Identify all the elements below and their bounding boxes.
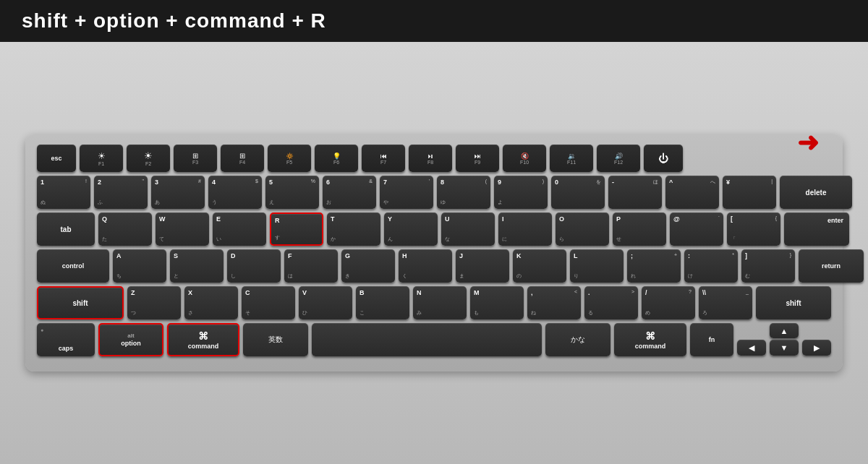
- key-backslash[interactable]: _ \\ ろ: [699, 286, 752, 319]
- key-return[interactable]: return: [799, 249, 864, 283]
- key-tab[interactable]: tab: [37, 212, 95, 246]
- bottom-row: ● caps alt option ⌘ command 英数 かな ⌘ comm…: [37, 323, 831, 356]
- key-j[interactable]: J ま: [456, 249, 509, 283]
- key-t[interactable]: T か: [327, 212, 380, 246]
- key-0[interactable]: を 0: [551, 176, 605, 209]
- key-control[interactable]: control: [37, 249, 109, 283]
- key-enter[interactable]: enter: [784, 212, 849, 246]
- key-arrow-down[interactable]: ▼: [770, 340, 799, 356]
- key-3[interactable]: # 3 あ: [151, 176, 205, 209]
- key-colon[interactable]: * : け: [684, 249, 738, 283]
- key-caps[interactable]: ● caps: [37, 323, 95, 356]
- key-5[interactable]: % 5 え: [265, 176, 319, 209]
- key-f10[interactable]: 🔇 F10: [503, 145, 546, 172]
- function-row: esc ☀ F1 ☀ F2 ⊞ F3 ⊞ F4 🔅: [37, 145, 831, 172]
- key-semicolon[interactable]: + ; れ: [627, 249, 681, 283]
- key-i[interactable]: I に: [498, 212, 552, 246]
- key-b[interactable]: B こ: [356, 286, 409, 319]
- key-esc[interactable]: esc: [37, 145, 76, 172]
- qwerty-row: tab Q た W て E い R す T: [37, 212, 831, 246]
- key-2[interactable]: " 2 ふ: [94, 176, 148, 209]
- key-m[interactable]: M も: [470, 286, 524, 319]
- key-7[interactable]: ' 7 や: [380, 176, 433, 209]
- key-shift-left[interactable]: shift: [37, 286, 124, 319]
- key-f7[interactable]: ⏮ F7: [362, 145, 405, 172]
- key-comma[interactable]: < , ね: [527, 286, 581, 319]
- key-arrow-up[interactable]: ▲: [770, 323, 799, 338]
- key-l[interactable]: L り: [570, 249, 624, 283]
- key-f11[interactable]: 🔉 F11: [550, 145, 593, 172]
- key-u[interactable]: U な: [441, 212, 495, 246]
- key-1[interactable]: ! 1 ぬ: [37, 176, 90, 209]
- key-x[interactable]: X さ: [184, 286, 238, 319]
- shift-row: shift Z つ X さ C そ V ひ B: [37, 286, 831, 319]
- key-caret[interactable]: へ ^: [665, 176, 719, 209]
- arrow-cluster: ▲ ◀ ▼ ▶: [737, 323, 831, 356]
- key-8[interactable]: ( 8 ゆ: [437, 176, 490, 209]
- key-f3[interactable]: ⊞ F3: [174, 145, 217, 172]
- key-arrow-left[interactable]: ◀: [737, 340, 766, 356]
- key-h[interactable]: H く: [399, 249, 452, 283]
- key-eisuu[interactable]: 英数: [243, 323, 308, 356]
- key-w[interactable]: W て: [156, 212, 209, 246]
- key-y[interactable]: Y ん: [384, 212, 438, 246]
- key-e[interactable]: E い: [213, 212, 266, 246]
- red-arrow-indicator: ➜: [797, 129, 819, 159]
- key-f1[interactable]: ☀ F1: [80, 145, 123, 172]
- number-row: ! 1 ぬ " 2 ふ # 3 あ $ 4 う: [37, 176, 831, 209]
- keyboard-wrapper: esc ☀ F1 ☀ F2 ⊞ F3 ⊞ F4 🔅: [25, 134, 843, 371]
- key-z[interactable]: Z つ: [127, 286, 181, 319]
- key-f6[interactable]: 💡 F6: [315, 145, 358, 172]
- key-arrow-right[interactable]: ▶: [802, 340, 831, 356]
- key-command-right[interactable]: ⌘ command: [614, 323, 686, 356]
- key-v[interactable]: V ひ: [299, 286, 352, 319]
- key-c[interactable]: C そ: [242, 286, 295, 319]
- key-at[interactable]: ` @: [670, 212, 723, 246]
- shortcut-title: shift + option + command + R: [22, 9, 326, 33]
- key-command-left[interactable]: ⌘ command: [167, 323, 239, 356]
- key-s[interactable]: S と: [170, 249, 224, 283]
- key-a[interactable]: A ち: [113, 249, 166, 283]
- key-o[interactable]: O ら: [556, 212, 609, 246]
- key-bracket-right[interactable]: } ] む: [741, 249, 795, 283]
- key-d[interactable]: D し: [227, 249, 281, 283]
- key-delete[interactable]: delete: [780, 176, 852, 209]
- key-fn[interactable]: fn: [690, 323, 733, 356]
- key-f[interactable]: F は: [284, 249, 338, 283]
- key-yen[interactable]: | ¥: [723, 176, 776, 209]
- key-f2[interactable]: ☀ F2: [127, 145, 170, 172]
- key-f12[interactable]: 🔊 F12: [597, 145, 640, 172]
- key-f8[interactable]: ⏯ F8: [409, 145, 452, 172]
- key-period[interactable]: > . る: [584, 286, 638, 319]
- key-minus[interactable]: ほ -: [608, 176, 662, 209]
- key-option[interactable]: alt option: [98, 323, 163, 356]
- key-q[interactable]: Q た: [98, 212, 152, 246]
- key-4[interactable]: $ 4 う: [208, 176, 262, 209]
- key-bracket-left[interactable]: { [ 「: [727, 212, 780, 246]
- home-row: control A ち S と D し F は G: [37, 249, 831, 283]
- key-slash[interactable]: ? / め: [642, 286, 695, 319]
- top-bar: shift + option + command + R: [0, 0, 868, 42]
- key-n[interactable]: N み: [413, 286, 467, 319]
- key-k[interactable]: K の: [513, 249, 566, 283]
- key-space[interactable]: [312, 323, 542, 356]
- title-text: shift + option + command + R: [22, 9, 326, 32]
- key-f5[interactable]: 🔅 F5: [268, 145, 311, 172]
- key-power[interactable]: ⏻: [644, 145, 683, 172]
- key-kana[interactable]: かな: [545, 323, 610, 356]
- key-shift-right[interactable]: shift: [756, 286, 831, 319]
- key-g[interactable]: G き: [341, 249, 395, 283]
- keyboard-body: esc ☀ F1 ☀ F2 ⊞ F3 ⊞ F4 🔅: [25, 134, 843, 371]
- key-f9[interactable]: ⏭ F9: [456, 145, 499, 172]
- key-9[interactable]: ) 9 よ: [494, 176, 548, 209]
- keyboard-area: ➜ esc ☀ F1 ☀ F2 ⊞ F3 ⊞ F4: [0, 42, 868, 464]
- key-f4[interactable]: ⊞ F4: [221, 145, 264, 172]
- key-r[interactable]: R す: [270, 212, 323, 246]
- key-p[interactable]: P せ: [613, 212, 666, 246]
- key-6[interactable]: & 6 お: [323, 176, 376, 209]
